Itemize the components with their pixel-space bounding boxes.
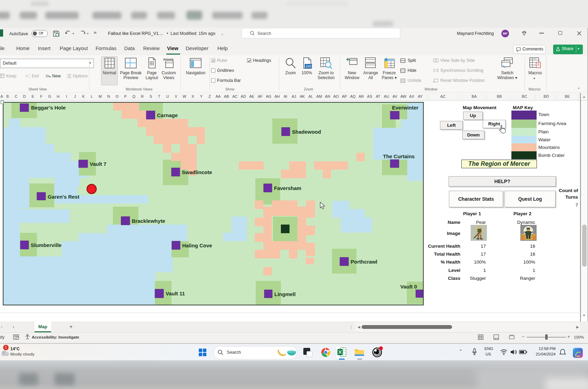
svg-text:Slumberville: Slumberville (31, 242, 61, 248)
svg-text:Vault 11: Vault 11 (166, 291, 185, 296)
svg-text:Carnage: Carnage (157, 112, 178, 118)
svg-text:100: 100 (306, 64, 311, 68)
svg-text:Garen's Rest: Garen's Rest (48, 194, 79, 200)
svg-text:Faversham: Faversham (274, 185, 301, 191)
svg-text:Beggar's Hole: Beggar's Hole (31, 105, 66, 111)
svg-text:Bracklewhyte: Bracklewhyte (132, 218, 165, 224)
svg-text:Swadlincote: Swadlincote (182, 169, 212, 175)
svg-text:Vault 7: Vault 7 (90, 161, 106, 167)
svg-text:The Curtains: The Curtains (383, 153, 415, 159)
svg-text:Lingmell: Lingmell (274, 291, 296, 297)
svg-text:PRE: PRE (575, 355, 580, 358)
svg-text:Vault 0: Vault 0 (400, 284, 417, 290)
svg-text:Everwinter: Everwinter (392, 105, 419, 111)
svg-text:Porthcrawl: Porthcrawl (351, 259, 378, 265)
svg-text:Haling Cove: Haling Cove (182, 243, 212, 248)
svg-text:Shadewood: Shadewood (292, 129, 321, 135)
